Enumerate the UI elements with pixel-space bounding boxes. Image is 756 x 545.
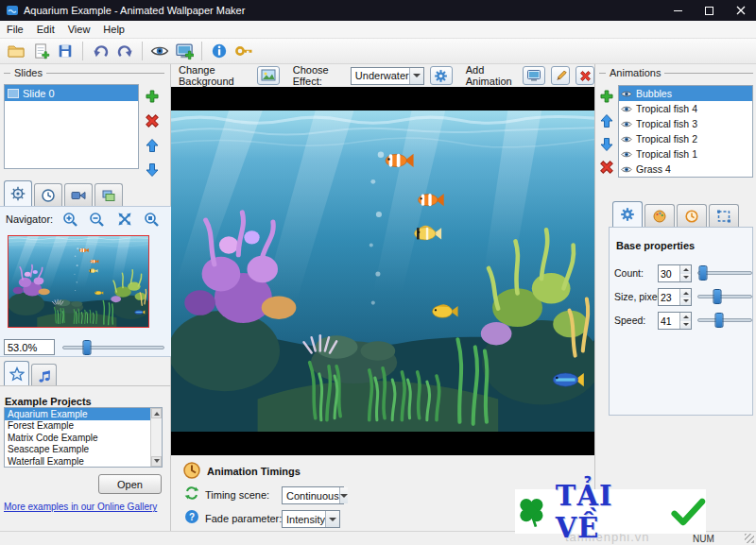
timing-scene-value: Continuous [286,490,339,502]
animation-item[interactable]: Tropical fish 1 [619,146,752,162]
apply-to-desktop-button[interactable] [172,40,197,62]
resize-grip[interactable] [745,534,754,543]
add-animation-item-button[interactable] [597,87,616,106]
tab-navigator[interactable] [4,180,32,206]
settings-button[interactable] [232,40,256,62]
menu-file[interactable]: File [0,21,30,38]
maximize-button[interactable] [694,0,725,21]
speed-input[interactable] [659,313,679,329]
add-slide-button[interactable] [143,87,162,106]
move-animation-up-button[interactable] [597,111,616,130]
count-row: Count: [595,264,756,283]
slides-list[interactable]: Slide 0 [4,84,139,169]
online-gallery-link[interactable]: More examples in our Online Gallery [4,502,157,512]
open-project-button[interactable] [4,40,28,62]
menu-help[interactable]: Help [96,21,131,38]
count-slider[interactable] [697,265,752,281]
size-spin-down[interactable] [680,298,691,306]
slide-item[interactable]: Slide 0 [5,85,138,101]
zoom-slider-thumb[interactable] [82,340,91,355]
count-input[interactable] [659,265,679,281]
project-item[interactable]: Forest Example [5,420,162,433]
effect-combo[interactable]: Underwater [351,67,424,85]
download-watermark-text: TẢI VỀ [556,480,663,544]
tab-timing-props[interactable] [677,204,707,227]
animation-item[interactable]: Tropical fish 4 [619,101,752,116]
download-watermark: TẢI VỀ [515,489,706,534]
speed-spin-down[interactable] [680,321,691,330]
save-project-button[interactable] [53,40,77,62]
slide-item-label: Slide 0 [23,88,55,99]
tab-images[interactable] [94,183,123,206]
change-background-button[interactable] [257,66,280,85]
timing-scene-combo[interactable]: Continuous [282,486,344,504]
add-animation-button[interactable] [523,66,545,85]
tab-music[interactable] [31,364,57,386]
scroll-down-button[interactable] [151,456,162,467]
navigator-thumbnail[interactable] [8,235,149,328]
move-slide-up-button[interactable] [143,136,162,155]
main-toolbar [0,39,756,64]
change-background-label: Change Background [179,64,251,87]
close-button[interactable] [725,0,756,21]
open-button[interactable]: Open [98,474,162,494]
effect-settings-button[interactable] [430,66,453,85]
size-spin-up[interactable] [680,289,691,298]
tab-projects[interactable] [4,361,29,386]
tab-timing[interactable] [34,183,62,206]
preview-button[interactable] [147,40,172,62]
move-slide-down-button[interactable] [143,161,162,179]
menu-edit[interactable]: Edit [30,21,61,38]
zoom-original-button[interactable] [142,210,161,229]
animation-item[interactable]: Tropical fish 3 [619,116,752,131]
combo-arrow-icon [409,68,423,84]
fade-parameter-combo[interactable]: Intensity [282,510,340,528]
zoom-fit-button[interactable] [115,210,134,229]
new-project-button[interactable] [28,40,53,62]
tab-appearance[interactable] [644,204,675,227]
size-slider-thumb[interactable] [713,289,721,304]
speed-spinner[interactable] [658,312,692,330]
wallpaper-preview[interactable] [171,87,594,455]
speed-slider[interactable] [697,313,752,328]
count-spinner[interactable] [658,264,692,282]
projects-scrollbar[interactable] [150,408,162,467]
delete-animation-item-button[interactable] [597,158,616,177]
project-item[interactable]: Matrix Code Example [5,432,162,444]
count-spin-up[interactable] [680,265,691,274]
project-item[interactable]: Waterfall Example [5,455,162,468]
zoom-value-input[interactable] [4,339,55,355]
minimize-button[interactable] [662,0,694,21]
menu-view[interactable]: View [61,21,97,38]
count-spin-down[interactable] [680,274,691,282]
redo-button[interactable] [112,40,137,62]
delete-animation-button[interactable] [576,66,594,85]
size-slider[interactable] [697,289,752,304]
animations-list[interactable]: Bubbles Tropical fish 4 Tropical fish 3 … [618,85,753,178]
animation-item[interactable]: Tropical fish 2 [619,131,752,146]
project-item[interactable]: Aquarium Example [5,408,162,420]
animation-item[interactable]: Bubbles [619,86,752,101]
zoom-out-button[interactable] [87,210,106,229]
scroll-up-button[interactable] [151,408,162,418]
speed-slider-thumb[interactable] [715,313,724,328]
animation-item[interactable]: Grass 4 [619,162,752,177]
projects-list[interactable]: Aquarium Example Forest Example Matrix C… [4,407,163,468]
edit-animation-button[interactable] [551,66,570,85]
delete-slide-button[interactable] [143,111,162,130]
undo-button[interactable] [88,40,112,62]
info-button[interactable] [207,40,232,62]
move-animation-down-button[interactable] [597,135,616,154]
pencil-icon [554,69,568,83]
zoom-slider[interactable] [62,340,164,355]
size-input[interactable] [659,289,679,305]
zoom-in-button[interactable] [60,210,79,229]
tab-base-properties[interactable] [612,201,643,227]
tab-placement[interactable] [709,204,739,227]
size-spinner[interactable] [658,288,692,306]
speed-spin-up[interactable] [680,313,691,321]
tab-video[interactable] [64,183,93,206]
count-slider-thumb[interactable] [698,265,707,281]
animations-caption: Animations [599,67,753,78]
project-item[interactable]: Seascape Example [5,444,162,456]
